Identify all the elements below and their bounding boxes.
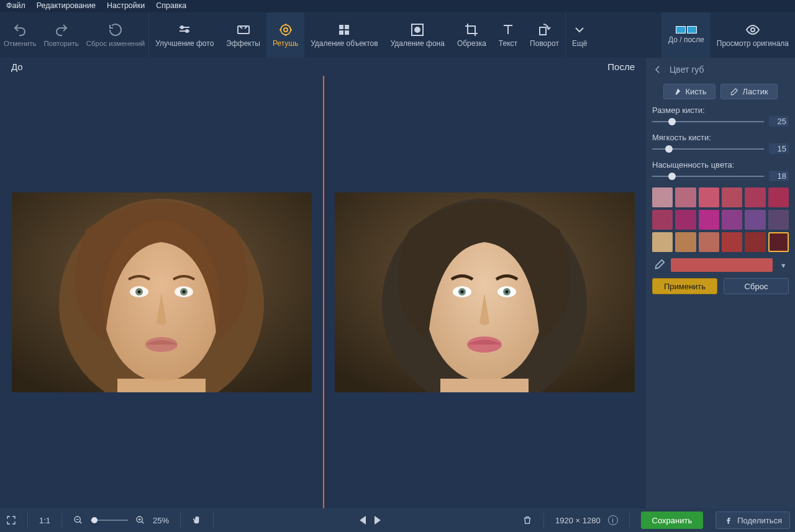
after-image-slot[interactable] [323, 76, 646, 508]
zoom-out-icon[interactable] [73, 515, 83, 525]
trash-icon[interactable] [522, 515, 532, 525]
zoom-in-icon[interactable] [135, 515, 145, 525]
svg-rect-6 [345, 25, 349, 29]
color-swatch[interactable] [768, 232, 789, 252]
hand-tool-icon[interactable] [192, 515, 202, 525]
reset-changes-button[interactable]: Сброс изменений [83, 12, 149, 58]
after-photo [335, 192, 635, 392]
color-swatch[interactable] [675, 210, 696, 230]
apply-button[interactable]: Применить [652, 278, 717, 294]
menu-settings[interactable]: Настройки [107, 1, 145, 11]
more-button[interactable]: Ещё [566, 12, 594, 58]
panel-title: Цвет губ [670, 65, 704, 74]
before-photo [12, 192, 312, 392]
brush-softness-value: 15 [769, 143, 789, 154]
undo-button[interactable]: Отменить [0, 12, 40, 58]
svg-point-0 [181, 26, 183, 29]
zoom-value: 25% [153, 516, 169, 525]
compare-divider[interactable] [323, 76, 324, 508]
toolbar: Отменить Повторить Сброс изменений Улучш… [0, 12, 795, 58]
rotate-button[interactable]: Поворот [524, 12, 565, 58]
next-image-button[interactable] [375, 516, 381, 525]
redo-button[interactable]: Повторить [40, 12, 83, 58]
color-swatch[interactable] [722, 210, 742, 230]
reset-button[interactable]: Сброс [724, 278, 789, 294]
save-button[interactable]: Сохранить [641, 512, 704, 529]
svg-point-33 [505, 290, 508, 293]
crop-button[interactable]: Обрезка [451, 12, 493, 58]
menu-edit[interactable]: Редактирование [37, 1, 96, 11]
picked-color[interactable] [671, 258, 773, 272]
eyedropper-button[interactable] [652, 258, 666, 272]
brush-tool-button[interactable]: Кисть [663, 84, 716, 99]
color-saturation-value: 18 [769, 171, 789, 181]
brush-softness-slider[interactable] [652, 148, 764, 150]
svg-rect-7 [339, 30, 343, 35]
color-swatch[interactable] [675, 232, 696, 252]
after-label: После [607, 61, 635, 72]
brush-size-value: 25 [769, 116, 789, 127]
svg-point-1 [186, 30, 188, 32]
color-swatch[interactable] [745, 187, 765, 207]
svg-point-30 [460, 290, 463, 293]
info-icon[interactable]: i [608, 515, 618, 525]
color-swatch[interactable] [768, 210, 789, 230]
color-swatches [652, 187, 789, 252]
retouch-button[interactable]: Ретушь [266, 12, 304, 58]
svg-point-10 [415, 27, 420, 32]
color-swatch[interactable] [745, 210, 765, 230]
menu-help[interactable]: Справка [156, 1, 186, 11]
sidebar-panel: Цвет губ Кисть Ластик Размер кисти: 25 М… [646, 58, 795, 508]
facebook-icon [724, 515, 734, 525]
color-swatch[interactable] [699, 232, 719, 252]
color-swatch[interactable] [699, 210, 719, 230]
object-removal-button[interactable]: Удаление объектов [304, 12, 384, 58]
back-icon[interactable] [652, 64, 663, 75]
share-button[interactable]: Поделиться [716, 512, 790, 529]
color-saturation-label: Насыщенность цвета: [652, 160, 734, 169]
brush-size-slider[interactable] [652, 121, 764, 122]
menubar: Файл Редактирование Настройки Справка [0, 0, 795, 12]
before-label: До [11, 61, 23, 72]
effects-button[interactable]: Эффекты [220, 12, 266, 58]
view-original-button[interactable]: Просмотр оригинала [711, 12, 795, 58]
eraser-icon [730, 88, 738, 96]
color-swatch[interactable] [652, 187, 673, 207]
image-dimensions: 1920 × 1280 [555, 516, 601, 525]
scale-1-1-button[interactable]: 1:1 [39, 516, 50, 525]
svg-point-24 [102, 220, 220, 382]
brush-size-label: Размер кисти: [652, 106, 705, 115]
brush-icon [673, 88, 681, 96]
bottom-bar: 1:1 25% 1920 × 1280 i Сохранить Поделить… [0, 508, 795, 532]
svg-rect-5 [339, 25, 343, 29]
before-after-toggle[interactable]: До / после [662, 12, 711, 58]
workspace: До После [0, 58, 795, 508]
canvas-area: До После [0, 58, 646, 508]
svg-point-3 [281, 25, 291, 35]
enhance-button[interactable]: Улучшение фото [149, 12, 220, 58]
eyedropper-icon [652, 258, 666, 272]
color-swatch[interactable] [722, 187, 742, 207]
svg-point-12 [751, 28, 755, 32]
before-after-icon [676, 26, 697, 34]
zoom-slider[interactable] [91, 520, 128, 521]
eraser-tool-button[interactable]: Ластик [720, 84, 777, 99]
color-swatch[interactable] [745, 232, 765, 252]
color-swatch[interactable] [722, 232, 742, 252]
bg-removal-button[interactable]: Удаление фона [384, 12, 451, 58]
color-saturation-slider[interactable] [652, 176, 764, 177]
before-image-slot[interactable] [0, 76, 323, 508]
text-button[interactable]: Текст [493, 12, 524, 58]
svg-point-4 [284, 28, 288, 32]
svg-rect-35 [440, 379, 529, 392]
fullscreen-icon[interactable] [6, 515, 16, 525]
color-swatch[interactable] [652, 232, 673, 252]
menu-file[interactable]: Файл [6, 1, 25, 11]
color-dropdown-icon[interactable]: ▾ [778, 261, 789, 270]
color-swatch[interactable] [652, 210, 673, 230]
brush-softness-label: Мягкость кисти: [652, 133, 711, 142]
color-swatch[interactable] [675, 187, 696, 207]
color-swatch[interactable] [699, 187, 719, 207]
color-swatch[interactable] [768, 187, 789, 207]
prev-image-button[interactable] [360, 516, 366, 525]
